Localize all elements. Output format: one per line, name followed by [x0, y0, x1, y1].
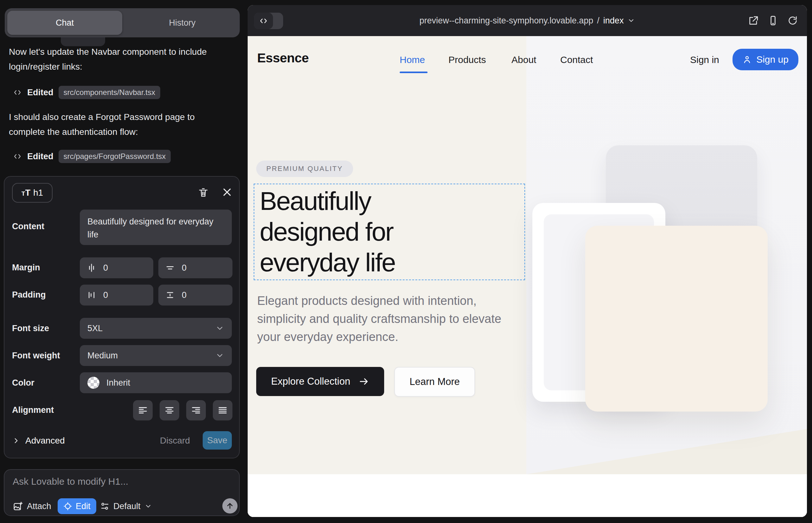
arrow-up-icon: [226, 502, 234, 510]
color-select[interactable]: Inherit: [80, 372, 232, 393]
learn-more-button[interactable]: Learn More: [394, 367, 475, 397]
chevron-down-icon: [215, 351, 224, 360]
chevron-right-icon: [12, 437, 20, 445]
margin-y-value: 0: [182, 263, 187, 273]
chat-history-tabs: Chat History: [5, 8, 240, 37]
nav-link-contact[interactable]: Contact: [560, 54, 593, 65]
content-label: Content: [12, 222, 44, 231]
send-button[interactable]: [222, 498, 237, 513]
margin-x-input[interactable]: 0: [80, 257, 153, 278]
type-icon: TT: [21, 188, 30, 198]
preview-pane: preview--charming-site-symphony.lovable.…: [248, 5, 807, 517]
url-separator: /: [597, 16, 600, 26]
font-size-value: 5XL: [87, 324, 103, 333]
padding-y-value: 0: [182, 290, 187, 300]
site-logo[interactable]: Essence: [257, 51, 309, 66]
decor-card-cream: [585, 226, 768, 412]
hero-paragraph: Elegant products designed with intention…: [257, 292, 507, 346]
sign-in-link[interactable]: Sign in: [690, 54, 719, 65]
color-label: Color: [12, 378, 35, 388]
chat-message: Now let's update the Navbar component to…: [9, 44, 227, 74]
selected-element-tag: TT h1: [12, 183, 53, 203]
chevron-down-icon: [144, 502, 152, 510]
advanced-label: Advanced: [25, 436, 65, 446]
margin-label: Margin: [12, 263, 40, 273]
align-center-button[interactable]: [160, 400, 179, 420]
font-weight-value: Medium: [87, 351, 118, 361]
margin-x-value: 0: [103, 263, 108, 273]
color-swatch-transparent: [87, 377, 100, 389]
content-input[interactable]: Beautifully designed for everyday life: [80, 210, 232, 245]
font-size-label: Font size: [12, 324, 49, 333]
section-below-hero: [248, 474, 807, 517]
edit-mode-button[interactable]: Edit: [58, 498, 96, 514]
margin-y-icon: [165, 263, 175, 273]
align-left-button[interactable]: [133, 400, 153, 420]
align-right-button[interactable]: [186, 400, 206, 420]
alignment-label: Alignment: [12, 405, 54, 415]
padding-label: Padding: [12, 290, 46, 300]
font-weight-label: Font weight: [12, 351, 60, 361]
mobile-view-icon[interactable]: [768, 15, 778, 26]
refresh-icon[interactable]: [787, 15, 798, 26]
edited-file-row[interactable]: Edited src/pages/ForgotPassword.tsx: [13, 149, 171, 164]
url-bar[interactable]: preview--charming-site-symphony.lovable.…: [248, 5, 807, 36]
save-button[interactable]: Save: [203, 431, 232, 450]
open-external-icon[interactable]: [748, 15, 759, 26]
font-weight-select[interactable]: Medium: [80, 345, 232, 366]
chat-message: I should also create a Forgot Password p…: [9, 110, 227, 139]
font-size-select[interactable]: 5XL: [80, 318, 232, 339]
edit-label: Edit: [76, 502, 91, 511]
attach-label: Attach: [27, 502, 51, 511]
code-icon: [13, 89, 22, 96]
quality-badge: PREMIUM QUALITY: [256, 161, 353, 177]
delete-element-button[interactable]: [198, 186, 209, 199]
align-justify-button[interactable]: [213, 400, 232, 420]
tab-history[interactable]: History: [125, 8, 240, 37]
target-icon: [63, 502, 72, 511]
nav-link-about[interactable]: About: [511, 54, 536, 65]
arrow-right-icon: [358, 376, 369, 387]
file-badge[interactable]: src/components/Navbar.tsx: [58, 86, 160, 99]
mode-select[interactable]: Default: [100, 499, 152, 513]
image-plus-icon: [13, 501, 23, 511]
sliders-icon: [100, 502, 110, 511]
padding-y-icon: [165, 290, 175, 301]
color-value: Inherit: [106, 378, 130, 388]
hero-headline[interactable]: Beautifully designed for everyday life: [260, 185, 395, 278]
close-panel-button[interactable]: [222, 187, 232, 198]
active-nav-underline: [400, 72, 427, 73]
edited-label: Edited: [27, 152, 54, 161]
padding-x-input[interactable]: 0: [80, 285, 153, 306]
sign-up-button[interactable]: Sign up: [732, 49, 798, 70]
nav-link-home[interactable]: Home: [400, 54, 425, 65]
edited-file-row[interactable]: Edited src/components/Navbar.tsx: [13, 85, 160, 100]
explore-label: Explore Collection: [271, 376, 350, 387]
chevron-down-icon: [628, 17, 635, 24]
page-name: index: [603, 16, 624, 26]
nav-link-products[interactable]: Products: [448, 54, 486, 65]
file-badge[interactable]: src/pages/ForgotPassword.tsx: [58, 150, 171, 163]
padding-x-icon: [86, 290, 97, 301]
padding-x-value: 0: [103, 290, 108, 300]
mode-label: Default: [113, 502, 141, 511]
edited-label: Edited: [27, 88, 54, 97]
toolbar-actions: [748, 5, 798, 36]
site-canvas: Essence Home Products About Contact Sign…: [248, 36, 807, 517]
margin-x-icon: [86, 263, 97, 273]
padding-y-input[interactable]: 0: [158, 285, 232, 306]
preview-url: preview--charming-site-symphony.lovable.…: [420, 16, 594, 26]
margin-y-input[interactable]: 0: [158, 257, 232, 278]
code-icon: [13, 152, 22, 160]
user-icon: [742, 55, 752, 64]
tab-chat[interactable]: Chat: [7, 11, 122, 35]
sign-up-label: Sign up: [756, 54, 789, 65]
composer-placeholder[interactable]: Ask Lovable to modify H1...: [13, 476, 128, 487]
chevron-down-icon: [215, 324, 224, 333]
discard-button[interactable]: Discard: [160, 433, 190, 448]
explore-collection-button[interactable]: Explore Collection: [256, 367, 384, 396]
attach-button[interactable]: Attach: [13, 499, 51, 513]
tag-name: h1: [33, 188, 43, 198]
advanced-toggle[interactable]: Advanced: [12, 433, 65, 448]
app-window: Chat History Now let's update the Navbar…: [0, 0, 812, 523]
